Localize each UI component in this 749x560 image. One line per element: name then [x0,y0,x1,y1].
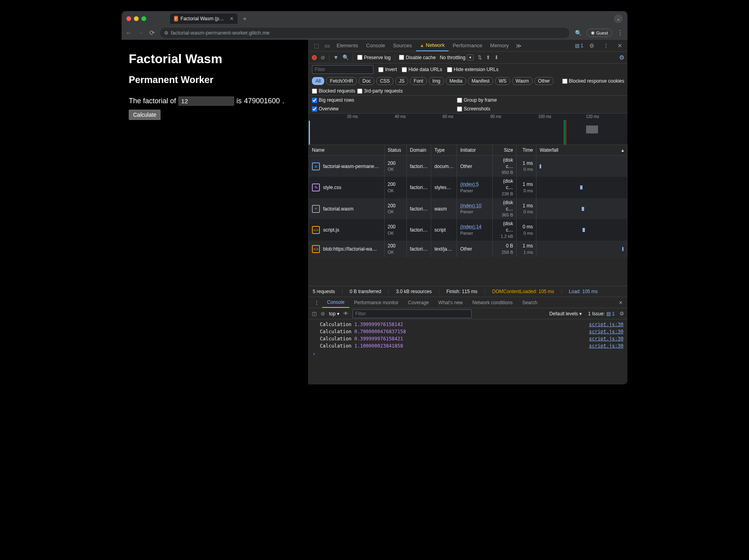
export-har-icon[interactable]: ⬇ [494,54,499,60]
overview-checkbox[interactable]: Overview [312,106,457,112]
source-link[interactable]: script.js:30 [589,322,623,327]
tab-console[interactable]: Console [362,40,389,51]
tab-performance[interactable]: Performance [449,40,486,51]
chip-js[interactable]: JS [395,77,408,85]
third-party-checkbox[interactable]: 3rd-party requests [357,88,403,94]
zoom-icon[interactable]: 🔍 [575,30,582,36]
network-settings-icon[interactable]: ⚙ [619,54,624,61]
live-expression-icon[interactable]: 👁 [343,311,348,317]
table-row[interactable]: ✎style.css 200OK factori… styles… (index… [309,177,627,198]
blocked-cookies-checkbox[interactable]: Blocked response cookies [562,78,624,84]
context-select[interactable]: top ▾ [329,311,339,317]
new-tab-button[interactable]: ＋ [242,15,248,23]
console-sidebar-icon[interactable]: ◫ [312,311,317,317]
more-tabs-icon[interactable]: ≫ [513,42,524,49]
window-close[interactable] [126,16,131,21]
col-status[interactable]: Status [384,145,406,156]
window-minimize[interactable] [134,16,139,21]
chip-manifest[interactable]: Manifest [468,77,493,85]
filter-input[interactable] [312,65,374,74]
source-link[interactable]: script.js:30 [589,336,623,342]
preserve-log-checkbox[interactable]: Preserve log [357,55,391,60]
chip-doc[interactable]: Doc [359,77,374,85]
close-tab-icon[interactable]: ✕ [230,16,234,21]
tabs-menu-button[interactable]: ⌄ [614,14,623,23]
screenshots-checkbox[interactable]: Screenshots [457,106,602,112]
console-settings-icon[interactable]: ⚙ [619,311,624,317]
clear-console-icon[interactable]: ⊘ [321,311,325,317]
drawer-tab-netcond[interactable]: Network conditions [468,297,517,308]
tab-elements[interactable]: Elements [333,40,362,51]
chip-ws[interactable]: WS [495,77,510,85]
forward-button[interactable]: → [137,30,144,36]
col-size[interactable]: Size [493,145,517,156]
col-domain[interactable]: Domain [406,145,431,156]
col-initiator[interactable]: Initiator [457,145,493,156]
close-devtools-icon[interactable]: ✕ [615,42,625,49]
chip-fetch[interactable]: Fetch/XHR [326,77,357,85]
table-row[interactable]: ≡factorial-wasm-permane… 200OK factori… … [309,156,627,177]
initiator-link[interactable]: (index):14 [460,224,481,230]
calculate-button[interactable]: Calculate [129,110,161,120]
col-waterfall[interactable]: Waterfall ▴ [536,145,627,156]
drawer-tab-perfmon[interactable]: Performance monitor [349,297,403,308]
hide-extension-urls-checkbox[interactable]: Hide extension URLs [447,67,499,72]
inspect-icon[interactable]: ⬚ [311,42,322,49]
browser-menu-icon[interactable]: ⋮ [617,30,623,36]
chip-img[interactable]: Img [429,77,444,85]
log-levels-select[interactable]: Default levels ▾ [550,311,582,317]
chip-font[interactable]: Font [410,77,427,85]
initiator-link[interactable]: (index):10 [460,203,481,209]
console-filter-input[interactable] [352,309,472,318]
blocked-requests-checkbox[interactable]: Blocked requests [312,88,355,94]
network-conditions-icon[interactable]: ⇅ [478,54,482,60]
chip-all[interactable]: All [312,77,324,85]
settings-icon[interactable]: ⚙ [586,42,597,49]
address-bar[interactable]: ⚙ factorial-wasm-permanent-worker.glitch… [160,28,569,38]
site-settings-icon[interactable]: ⚙ [164,30,168,36]
drawer-tab-console[interactable]: Console [322,297,349,308]
throttling-select[interactable]: No throttling ▾ [440,54,474,60]
col-name[interactable]: Name [309,145,384,156]
filter-icon[interactable]: ▼ [333,54,339,60]
close-drawer-icon[interactable]: ✕ [616,300,625,305]
group-frame-checkbox[interactable]: Group by frame [457,97,602,103]
table-row[interactable]: <>blob:https://factorial-wa… 200OK facto… [309,241,627,257]
invert-checkbox[interactable]: Invert [378,67,397,72]
messages-icon[interactable]: ▤ 1 [575,43,583,48]
tab-sources[interactable]: Sources [389,40,416,51]
chip-other[interactable]: Other [534,77,554,85]
table-row[interactable]: ⌗factorial.wasm 200OK factori… wasm (ind… [309,198,627,219]
reload-button[interactable]: ⟳ [149,30,155,36]
drawer-tab-whatsnew[interactable]: What's new [434,297,468,308]
device-toggle-icon[interactable]: ▭ [322,42,333,49]
drawer-tab-search[interactable]: Search [517,297,542,308]
disable-cache-checkbox[interactable]: Disable cache [399,55,435,60]
timeline-overview[interactable]: 20 ms 40 ms 60 ms 80 ms 100 ms 120 ms [309,113,627,145]
initiator-link[interactable]: (index):5 [460,182,479,187]
drawer-menu-icon[interactable]: ⋮ [311,299,322,306]
kebab-menu-icon[interactable]: ⋮ [600,42,612,49]
hide-data-urls-checkbox[interactable]: Hide data URLs [402,67,442,72]
chip-media[interactable]: Media [446,77,466,85]
big-rows-checkbox[interactable]: Big request rows [312,97,457,103]
table-row[interactable]: <>script.js 200OK factori… script (index… [309,219,627,240]
profile-button[interactable]: ◉ Guest [586,29,612,37]
window-maximize[interactable] [141,16,146,21]
console-prompt[interactable]: › [309,350,627,358]
drawer-tab-coverage[interactable]: Coverage [403,297,434,308]
issues-badge[interactable]: ▤ 1 [606,311,615,317]
clear-button[interactable]: ⊘ [321,54,325,60]
col-time[interactable]: Time [517,145,536,156]
browser-tab[interactable]: F Factorial Wasm (permanent \ ✕ [170,14,238,24]
col-type[interactable]: Type [431,145,457,156]
source-link[interactable]: script.js:30 [589,343,623,349]
tab-network[interactable]: ▲Network [416,40,449,51]
factorial-input[interactable] [178,97,234,106]
import-har-icon[interactable]: ⬆ [486,54,490,60]
source-link[interactable]: script.js:30 [589,329,623,334]
tab-memory[interactable]: Memory [486,40,513,51]
record-button[interactable] [312,55,317,60]
chip-css[interactable]: CSS [376,77,393,85]
back-button[interactable]: ← [126,30,132,36]
